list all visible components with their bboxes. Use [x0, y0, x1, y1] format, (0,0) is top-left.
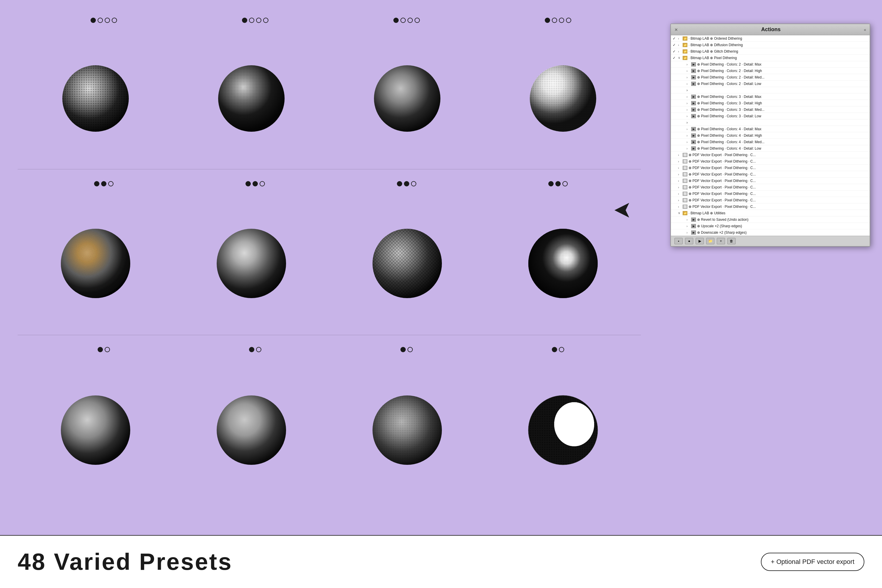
pdf-badge: + Optional PDF vector export [761, 553, 864, 571]
spheres-area [18, 18, 641, 506]
action-row-sep2: › [671, 119, 870, 126]
check-glitch: ✓ [673, 50, 677, 54]
action-row-pdf1[interactable]: › ⬜ ⊕ PDF Vector Export · Pixel Ditherin… [671, 152, 870, 158]
expand-glitch[interactable]: › [678, 50, 681, 53]
action-row-revert[interactable]: › ▶ ⊕ Revert to Saved (Undo action) [671, 216, 870, 223]
action-row-px2-med[interactable]: › ▶ ⊕ Pixel Dithering · Colors: 2 · Deta… [671, 74, 870, 81]
action-row-px3-high[interactable]: › ▶ ⊕ Pixel Dithering · Colors: 3 · Deta… [671, 100, 870, 106]
svg-point-30 [217, 229, 286, 298]
check-ordered: ✓ [673, 36, 677, 40]
action-row-pixel-group[interactable]: ✓ ∨ 📁 · Bitmap LAB ⊕ Pixel Dithering [671, 55, 870, 61]
sphere-r2c4 [528, 228, 598, 300]
action-row-px4-low[interactable]: › ▶ ⊕ Pixel Dithering · Colors: 4 · Deta… [671, 145, 870, 152]
action-row-pdf6[interactable]: › ⬜ ⊕ PDF Vector Export · Pixel Ditherin… [671, 184, 870, 190]
svg-marker-54 [615, 203, 629, 218]
svg-point-52 [554, 402, 594, 446]
svg-rect-28 [60, 228, 131, 299]
panel-toolbar: ▪ ● ▶ 📁 + 🗑 [671, 236, 870, 246]
panel-close-button[interactable]: ✕ [674, 27, 678, 32]
arrow-cursor [612, 200, 632, 225]
icon-folder-utilities: 📁 [682, 211, 687, 215]
check-pixel-group: ✓ [673, 56, 677, 60]
svg-point-41 [61, 395, 130, 465]
action-row-px3-low[interactable]: › ▶ ⊕ Pixel Dithering · Colors: 3 · Deta… [671, 113, 870, 119]
action-row-pdf4[interactable]: › ⬜ ⊕ PDF Vector Export · Pixel Ditherin… [671, 171, 870, 178]
svg-point-42 [217, 395, 286, 465]
toolbar-btn-delete[interactable]: 🗑 [728, 238, 736, 244]
sphere-dots-r2c4 [545, 181, 568, 186]
svg-rect-13 [218, 64, 285, 132]
text-diffusion: · Bitmap LAB ⊕ Diffusion Dithering [688, 43, 868, 47]
sphere-dots-r3c1 [94, 347, 110, 352]
sphere-r3c2 [216, 395, 286, 466]
action-row-px4-high[interactable]: › ▶ ⊕ Pixel Dithering · Colors: 4 · Deta… [671, 132, 870, 139]
bottom-bar: 48 Varied Presets + Optional PDF vector … [0, 535, 882, 588]
action-row-utilities[interactable]: ∨ 📁 · Bitmap LAB ⊕ Utilities [671, 210, 870, 216]
text-ordered: · Bitmap LAB ⊕ Ordered Dithering [688, 36, 868, 40]
action-row-upscale[interactable]: › ▶ ⊕ Upscale ×2 (Sharp edges) [671, 223, 870, 230]
text-utilities: · Bitmap LAB ⊕ Utilities [688, 211, 868, 215]
sphere-r1c1 [62, 64, 129, 134]
sphere-dots-r1c1 [88, 18, 117, 23]
sphere-r2c3 [372, 228, 442, 300]
toolbar-btn-add[interactable]: + [717, 238, 725, 244]
toolbar-btn-square[interactable]: ▪ [674, 238, 682, 244]
sphere-dots-r1c4 [542, 18, 571, 23]
sphere-dots-r1c2 [239, 18, 268, 23]
panel-title: Actions [761, 27, 781, 33]
svg-rect-7 [62, 64, 129, 132]
text-glitch: · Bitmap LAB ⊕ Glitch Dithering [688, 50, 868, 54]
toolbar-btn-folder[interactable]: 📁 [706, 238, 714, 244]
action-row-px3-med[interactable]: › ▶ ⊕ Pixel Dithering · Colors: 3 · Deta… [671, 106, 870, 113]
action-row-pdf2[interactable]: › ⬜ ⊕ PDF Vector Export · Pixel Ditherin… [671, 158, 870, 165]
sphere-r2c2 [216, 228, 286, 300]
toolbar-btn-play[interactable]: ▶ [696, 238, 704, 244]
icon-folder-ordered: 📁 [682, 36, 687, 40]
action-row-pdf7[interactable]: › ⬜ ⊕ PDF Vector Export · Pixel Ditherin… [671, 190, 870, 197]
action-row-px4-med[interactable]: › ▶ ⊕ Pixel Dithering · Colors: 4 · Deta… [671, 139, 870, 145]
svg-rect-19 [374, 64, 441, 132]
action-row-sep1: › [671, 87, 870, 93]
check-diffusion: ✓ [673, 43, 677, 47]
sphere-r3c3 [372, 395, 442, 466]
panel-collapse-button[interactable]: « [864, 27, 866, 32]
sphere-dots-r2c3 [394, 181, 416, 186]
sphere-dots-r2c1 [91, 181, 114, 186]
sphere-dots-r3c4 [549, 347, 564, 352]
expand-diffusion[interactable]: › [678, 43, 681, 47]
action-row-diffusion[interactable]: ✓ › 📁 · Bitmap LAB ⊕ Diffusion Dithering [671, 42, 870, 48]
action-row-px2-low[interactable]: › ▶ ⊕ Pixel Dithering · Colors: 2 · Deta… [671, 81, 870, 87]
svg-rect-46 [372, 395, 442, 465]
action-row-px3-max[interactable]: › ▶ ⊕ Pixel Dithering · Colors: 3 · Deta… [671, 93, 870, 100]
action-row-px4-max[interactable]: › ▶ ⊕ Pixel Dithering · Colors: 4 · Deta… [671, 126, 870, 132]
sphere-dots-r2c2 [243, 181, 265, 186]
action-row-glitch[interactable]: ✓ › 📁 · Bitmap LAB ⊕ Glitch Dithering [671, 48, 870, 55]
action-row-ordered[interactable]: ✓ › 📁 · Bitmap LAB ⊕ Ordered Dithering [671, 35, 870, 42]
svg-rect-25 [529, 64, 597, 132]
main-container: 1 ORDERED DITHERING 2 DIFFUSION DITHERIN… [0, 0, 882, 588]
sphere-r3c4 [528, 395, 598, 466]
action-row-pdf8[interactable]: › ⬜ ⊕ PDF Vector Export · Pixel Ditherin… [671, 197, 870, 204]
action-row-px2-max[interactable]: › ▶ ⊕ Pixel Dithering · Colors: 2 · Deta… [671, 61, 870, 68]
expand-ordered[interactable]: › [678, 37, 681, 40]
icon-folder-pixel: 📁 [682, 56, 687, 60]
sphere-dots-r3c3 [398, 347, 413, 352]
actions-panel: ✕ Actions « ✓ › 📁 · Bitmap LAB ⊕ Ordered… [670, 24, 870, 247]
panel-titlebar: ✕ Actions « [671, 24, 870, 35]
toolbar-btn-circle[interactable]: ● [685, 238, 693, 244]
action-row-pdf3[interactable]: › ⬜ ⊕ PDF Vector Export · Pixel Ditherin… [671, 165, 870, 171]
sphere-r1c2 [218, 64, 285, 134]
action-row-downscale[interactable]: › ▶ ⊕ Downscale ×2 (Sharp edges) [671, 230, 870, 236]
sphere-dots-r3c2 [246, 347, 261, 352]
action-row-px2-high[interactable]: › ▶ ⊕ Pixel Dithering · Colors: 2 · Deta… [671, 68, 870, 74]
expand-pixel-group[interactable]: ∨ [678, 56, 681, 60]
svg-rect-35 [372, 228, 442, 299]
text-pixel-group: · Bitmap LAB ⊕ Pixel Dithering [688, 56, 868, 60]
action-row-pdf9[interactable]: › ⬜ ⊕ PDF Vector Export · Pixel Ditherin… [671, 204, 870, 210]
svg-rect-40 [528, 228, 598, 299]
action-row-pdf5[interactable]: › ⬜ ⊕ PDF Vector Export · Pixel Ditherin… [671, 178, 870, 184]
main-title: 48 Varied Presets [18, 548, 232, 575]
sphere-r1c3 [374, 64, 441, 134]
sphere-r1c4 [529, 64, 597, 134]
icon-folder-glitch: 📁 [682, 50, 687, 54]
